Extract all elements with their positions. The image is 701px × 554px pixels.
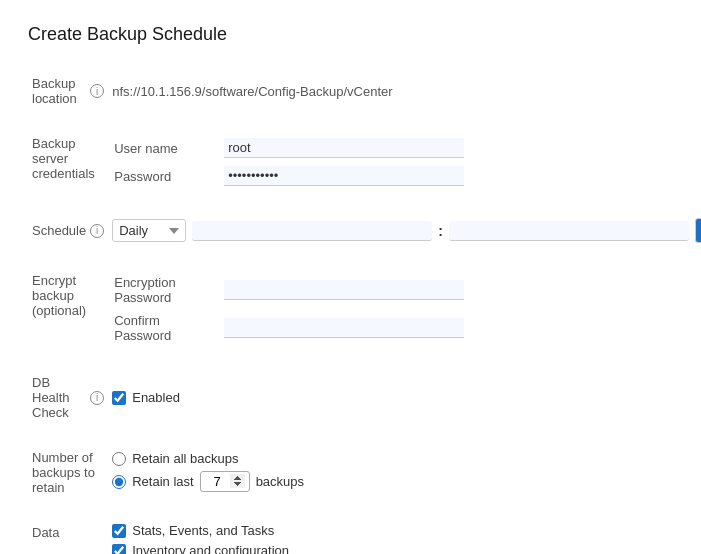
encrypt-label: Encrypt backup (optional)	[32, 273, 86, 318]
schedule-minute-input[interactable]: 15	[449, 221, 689, 241]
time-separator: :	[438, 223, 443, 239]
data-section: Stats, Events, and Tasks 128 MB Inventor…	[112, 523, 701, 554]
inventory-check-label[interactable]: Inventory and configuration	[112, 543, 701, 554]
db-health-check-checkbox[interactable]	[112, 391, 126, 405]
stats-check-label[interactable]: Stats, Events, and Tasks	[112, 523, 701, 538]
backup-location-value: nfs://10.1.156.9/software/Config-Backup/…	[112, 84, 392, 99]
stats-checkbox[interactable]	[112, 524, 126, 538]
username-input[interactable]	[224, 138, 464, 158]
backup-location-info-icon[interactable]: i	[90, 84, 104, 98]
username-label: User name	[114, 141, 178, 156]
encryption-password-label: Encryption Password	[114, 275, 175, 305]
schedule-ampm-select[interactable]: A.M. P.M.	[695, 218, 701, 243]
page-title: Create Backup Schedule	[28, 24, 673, 45]
retain-last-unit: backups	[256, 474, 304, 489]
stats-data-row: Stats, Events, and Tasks 128 MB	[112, 523, 701, 538]
data-label: Data	[32, 525, 59, 540]
retain-last-radio-label[interactable]: Retain last	[112, 474, 193, 489]
schedule-label-row: Schedule i	[32, 223, 104, 238]
password-label: Password	[114, 169, 171, 184]
retain-last-radio[interactable]	[112, 475, 126, 489]
retain-all-radio[interactable]	[112, 452, 126, 466]
encryption-password-input[interactable]	[224, 280, 464, 300]
backup-location-label: Backup location i	[32, 76, 104, 106]
db-health-check-label-row: DB Health Check i	[32, 375, 104, 420]
schedule-info-icon[interactable]: i	[90, 224, 104, 238]
confirm-password-input[interactable]	[224, 318, 464, 338]
schedule-frequency-select[interactable]: Daily Weekly Monthly	[112, 219, 186, 242]
password-input[interactable]	[224, 166, 464, 186]
backup-credentials-label: Backup server credentials	[32, 136, 95, 181]
number-of-backups-label: Number of backups to retain	[32, 450, 95, 495]
retain-all-radio-label[interactable]: Retain all backups	[112, 451, 701, 466]
inventory-checkbox[interactable]	[112, 544, 126, 555]
db-health-info-icon[interactable]: i	[90, 391, 104, 405]
inventory-data-row: Inventory and configuration 924 MB	[112, 543, 701, 554]
db-health-check-label[interactable]: Enabled	[112, 390, 701, 405]
schedule-hour-input[interactable]: 02	[192, 221, 432, 241]
confirm-password-label: Confirm Password	[114, 313, 171, 343]
retain-last-input[interactable]	[200, 471, 250, 492]
